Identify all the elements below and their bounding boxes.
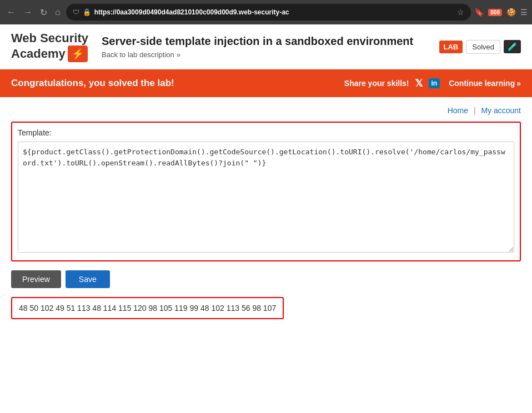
logo-area: Web Security Academy ⚡: [11, 31, 88, 62]
button-row: Preview Save: [11, 270, 521, 288]
logo-lightning-icon: ⚡: [68, 46, 88, 62]
linkedin-icon[interactable]: in: [429, 78, 440, 88]
lab-title: Server-side template injection in a sand…: [102, 34, 439, 48]
lab-badge: LAB: [439, 41, 463, 53]
lock-icon: 🔒: [83, 8, 91, 16]
save-button[interactable]: Save: [66, 270, 110, 288]
bookmark-icon[interactable]: 🔖: [474, 8, 484, 17]
shield-icon: 🛡: [73, 8, 79, 16]
home-link[interactable]: Home: [448, 106, 468, 115]
nav-links: Home | My account: [11, 106, 521, 115]
output-text: 48 50 102 49 51 113 48 114 115 120 98 10…: [19, 304, 276, 313]
browser-chrome: ← → ↻ ⌂ 🛡 🔒 https://0aa3009d0490d4ad8210…: [0, 0, 532, 24]
template-label: Template:: [18, 128, 514, 137]
share-label: Share your skills!: [344, 79, 409, 88]
star-icon[interactable]: ☆: [457, 8, 464, 17]
nav-separator: |: [474, 106, 476, 115]
cookie-icon[interactable]: 🍪: [506, 8, 516, 17]
template-box: Template: ${product.getClass().getProtec…: [11, 122, 521, 261]
site-header: Web Security Academy ⚡ Server-side templ…: [0, 24, 532, 69]
logo-text-line1: Web Security: [11, 31, 88, 46]
congrats-banner: Congratulations, you solved the lab! Sha…: [0, 69, 532, 97]
refresh-button[interactable]: ↻: [38, 6, 49, 19]
output-box: 48 50 102 49 51 113 48 114 115 120 98 10…: [11, 297, 284, 319]
preview-button[interactable]: Preview: [11, 270, 61, 288]
logo-text-line2: Academy: [11, 47, 66, 61]
my-account-link[interactable]: My account: [481, 106, 521, 115]
url-text: https://0aa3009d0490d4ad8210100c009d00d9…: [94, 8, 454, 16]
home-button[interactable]: ⌂: [53, 6, 63, 18]
menu-icon[interactable]: ☰: [520, 8, 528, 17]
address-bar[interactable]: 🛡 🔒 https://0aa3009d0490d4ad8210100c009d…: [66, 4, 471, 21]
browser-icons: 🔖 808 🍪 ☰: [474, 8, 528, 17]
main-content: Home | My account Template: ${product.ge…: [0, 97, 532, 328]
solved-badge: Solved: [466, 40, 500, 54]
avatar-badge: 808: [488, 9, 502, 16]
back-button[interactable]: ←: [4, 6, 18, 18]
lab-title-area: Server-side template injection in a sand…: [102, 34, 439, 59]
back-to-lab-link[interactable]: Back to lab description »: [102, 51, 180, 59]
continue-learning-button[interactable]: Continue learning »: [449, 79, 521, 88]
share-area: Share your skills! 𝕏 in: [344, 77, 440, 89]
lab-status: LAB Solved 🧪: [439, 40, 521, 54]
congrats-text: Congratulations, you solved the lab!: [11, 78, 344, 89]
forward-button[interactable]: →: [21, 6, 34, 18]
flask-icon: 🧪: [504, 40, 521, 53]
twitter-icon[interactable]: 𝕏: [415, 77, 423, 89]
template-textarea[interactable]: ${product.getClass().getProtectionDomain…: [18, 142, 514, 253]
